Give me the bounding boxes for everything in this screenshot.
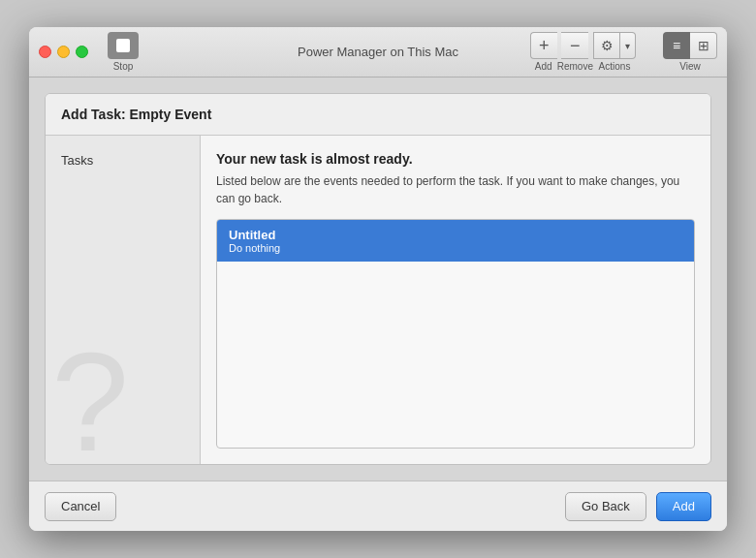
- event-item-title: Untitled: [229, 228, 682, 242]
- chevron-down-icon: ▾: [625, 41, 630, 51]
- content-area: Add Task: Empty Event Tasks ? Your new t…: [29, 78, 727, 480]
- wizard-panel: Add Task: Empty Event Tasks ? Your new t…: [45, 93, 711, 465]
- wizard-body: Tasks ? Your new task is almost ready. L…: [46, 136, 710, 464]
- wizard-main-title: Your new task is almost ready.: [216, 151, 695, 167]
- stop-label: Stop: [113, 61, 134, 72]
- cancel-button[interactable]: Cancel: [45, 492, 116, 521]
- event-list-item[interactable]: Untitled Do nothing: [217, 220, 694, 262]
- wizard-sidebar: Tasks ?: [46, 136, 201, 464]
- go-back-button[interactable]: Go Back: [565, 492, 646, 521]
- sidebar-item-tasks: Tasks: [61, 153, 93, 168]
- toolbar-right: + Add − Remove ⚙ ▾: [530, 32, 717, 72]
- wizard-main: Your new task is almost ready. Listed be…: [201, 136, 710, 464]
- list-view-button[interactable]: ≡: [663, 32, 690, 59]
- add-label: Add: [535, 61, 552, 72]
- remove-button[interactable]: − Remove: [557, 32, 593, 72]
- svg-text:?: ?: [51, 325, 129, 464]
- stop-button[interactable]: Stop: [108, 32, 139, 72]
- wizard-main-desc: Listed below are the events needed to pe…: [216, 172, 695, 207]
- actions-label: Actions: [599, 61, 631, 72]
- view-label: View: [679, 61, 701, 72]
- traffic-lights: [39, 46, 88, 58]
- maximize-button[interactable]: [76, 46, 88, 58]
- title-bar: Stop Power Manager on This Mac + Add − R…: [29, 27, 727, 78]
- wizard-title: Add Task: Empty Event: [61, 107, 211, 122]
- wizard-header: Add Task: Empty Event: [46, 94, 710, 136]
- bottom-bar: Cancel Go Back Add: [29, 480, 727, 531]
- toolbar: Stop: [108, 32, 154, 72]
- gear-icon: ⚙: [601, 38, 614, 53]
- icon-view-icon: ⊞: [698, 38, 709, 53]
- event-list[interactable]: Untitled Do nothing: [216, 219, 695, 449]
- actions-button[interactable]: ⚙ ▾ Actions: [593, 32, 636, 72]
- view-group: ≡ ⊞ View: [663, 32, 717, 72]
- add-button[interactable]: + Add: [530, 32, 557, 72]
- stop-icon: [116, 39, 130, 52]
- close-button[interactable]: [39, 46, 51, 58]
- event-item-subtitle: Do nothing: [229, 242, 682, 254]
- list-view-icon: ≡: [673, 38, 680, 53]
- add-task-button[interactable]: Add: [656, 492, 711, 521]
- remove-label: Remove: [557, 61, 593, 72]
- add-icon: +: [539, 37, 550, 54]
- remove-icon: −: [570, 37, 581, 54]
- main-window: Stop Power Manager on This Mac + Add − R…: [29, 27, 727, 531]
- minimize-button[interactable]: [57, 46, 70, 58]
- icon-view-button[interactable]: ⊞: [690, 32, 717, 59]
- watermark-icon: ?: [46, 319, 191, 464]
- window-title: Power Manager on This Mac: [298, 45, 458, 59]
